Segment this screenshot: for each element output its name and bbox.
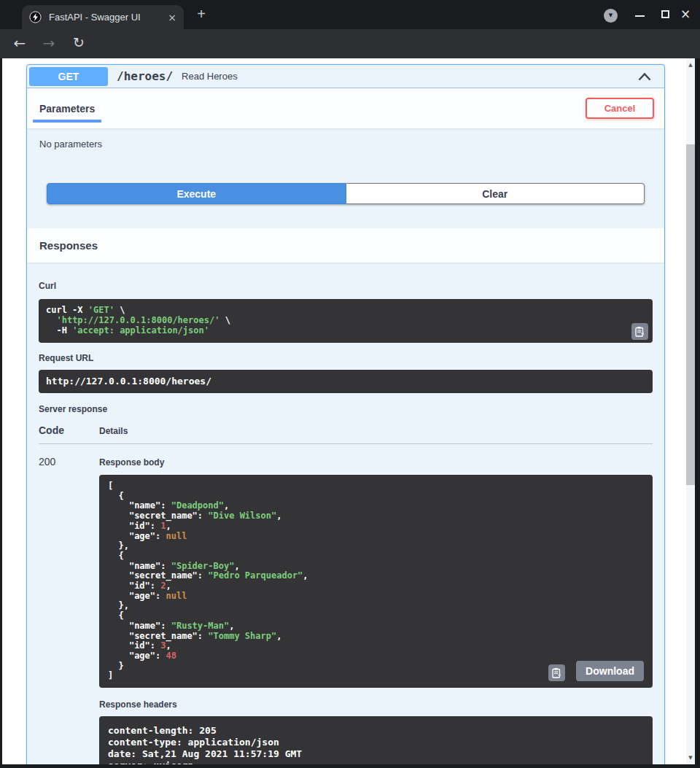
clipboard-icon: [635, 326, 645, 337]
response-body-json[interactable]: [ { "name": "Deadpond", "secret_name": "…: [99, 475, 653, 688]
details-column-header: Details: [99, 426, 128, 436]
method-badge: GET: [29, 67, 108, 86]
execute-button[interactable]: Execute: [47, 183, 346, 204]
browser-tab[interactable]: FastAPI - Swagger UI ×: [22, 5, 184, 29]
server-response-label: Server response: [39, 404, 653, 414]
collapse-button[interactable]: [638, 72, 651, 81]
status-code: 200: [39, 456, 99, 764]
response-body-block: [ { "name": "Deadpond", "secret_name": "…: [99, 475, 653, 688]
window-maximize-button[interactable]: [661, 10, 669, 18]
cancel-button[interactable]: Cancel: [586, 98, 654, 119]
back-icon[interactable]: ←: [10, 34, 29, 52]
response-row-200: 200 Response body [ { "name": "Deadpond"…: [39, 444, 653, 764]
response-headers-block: content-length: 205 content-type: applic…: [99, 716, 653, 764]
opblock-get-heroes: GET /heroes/ Read Heroes Parameters Canc…: [26, 64, 665, 764]
tab-title: FastAPI - Swagger UI: [49, 12, 163, 23]
tab-strip: FastAPI - Swagger UI × + ▼ ×: [0, 0, 700, 29]
new-tab-button[interactable]: +: [192, 6, 210, 23]
responses-body: Curl curl -X 'GET' \ 'http://127.0.0.1:8…: [27, 263, 664, 764]
scroll-down-icon[interactable]: ▼: [686, 753, 695, 763]
reload-icon[interactable]: ↻: [69, 34, 88, 50]
execute-row: Execute Clear: [47, 183, 645, 204]
responses-section-header: Responses: [27, 228, 664, 263]
responses-title: Responses: [39, 239, 98, 252]
chevron-up-icon: [638, 72, 651, 81]
execute-button-group: Execute Clear: [47, 183, 645, 204]
opblock-header[interactable]: GET /heroes/ Read Heroes: [27, 65, 664, 88]
response-body-actions: Download: [548, 661, 644, 681]
tab-close-icon[interactable]: ×: [168, 12, 176, 23]
response-details: Response body [ { "name": "Deadpond", "s…: [99, 456, 653, 764]
server-response-table: Code Details 200 Response body [ { "name…: [39, 424, 653, 764]
forward-icon: →: [39, 34, 58, 52]
tab-parameters[interactable]: Parameters: [33, 88, 101, 128]
vertical-scrollbar[interactable]: ▲ ▼: [686, 58, 695, 764]
parameters-tab-label: Parameters: [39, 103, 95, 115]
parameters-section-header: Parameters Cancel: [27, 88, 664, 128]
opblock-body: No parameters Execute Clear: [27, 128, 664, 204]
fastapi-favicon: [29, 11, 42, 23]
scroll-up-icon[interactable]: ▲: [686, 60, 695, 70]
copy-response-button[interactable]: [548, 664, 565, 681]
request-url-value: http://127.0.0.1:8000/heroes/: [39, 370, 653, 393]
tab-search-icon[interactable]: ▼: [604, 9, 618, 23]
clear-button[interactable]: Clear: [346, 183, 645, 204]
curl-label: Curl: [39, 281, 56, 291]
endpoint-summary: Read Heroes: [182, 71, 238, 82]
window-close-button[interactable]: ×: [678, 7, 693, 21]
page-content: GET /heroes/ Read Heroes Parameters Canc…: [2, 58, 686, 764]
scrollbar-thumb[interactable]: [686, 144, 695, 485]
download-button[interactable]: Download: [576, 661, 644, 681]
curl-command[interactable]: curl -X 'GET' \ 'http://127.0.0.1:8000/h…: [39, 299, 653, 343]
window-minimize-button[interactable]: [635, 15, 645, 17]
browser-toolbar: ← → ↻ ⓘ 127.0.0.1:8000/docs#/default/rea…: [0, 29, 700, 58]
curl-block: curl -X 'GET' \ 'http://127.0.0.1:8000/h…: [39, 299, 653, 343]
code-column-header: Code: [39, 424, 99, 436]
request-url-label: Request URL: [39, 353, 653, 363]
response-table-header: Code Details: [39, 424, 653, 444]
response-headers-label: Response headers: [99, 699, 653, 710]
no-parameters-text: No parameters: [39, 139, 652, 150]
clipboard-icon: [552, 667, 561, 678]
copy-curl-button[interactable]: [631, 323, 648, 340]
response-body-label: Response body: [99, 457, 653, 468]
endpoint-path: /heroes/: [117, 69, 173, 83]
